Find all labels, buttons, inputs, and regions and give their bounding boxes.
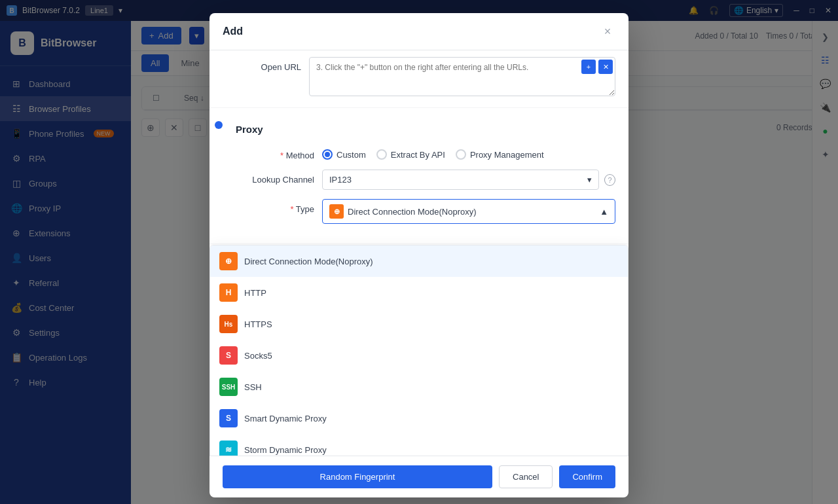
smart-dynamic-icon: S — [219, 409, 238, 427]
proxy-method-label: Method — [236, 145, 314, 160]
smart-dynamic-label: Smart Dynamic Proxy — [244, 414, 327, 423]
proxy-type-value: Direct Connection Mode(Noproxy) — [348, 207, 477, 217]
storm-dynamic-icon: ≋ — [219, 441, 238, 456]
proxy-type-row: Type ⊕ Direct Connection Mode(Noproxy) ▲ — [236, 199, 615, 224]
radio-custom-circle — [322, 149, 333, 160]
textarea-add-btn[interactable]: + — [581, 60, 596, 74]
open-url-row: Open URL + ✕ — [223, 57, 615, 98]
help-icon-lookup[interactable]: ? — [604, 174, 615, 186]
modal-body: Open URL + ✕ Proxy — [210, 50, 628, 456]
add-modal: Add × Open URL + ✕ — [210, 13, 628, 497]
dropdown-item-http[interactable]: H HTTP — [210, 277, 628, 308]
proxy-type-control: ⊕ Direct Connection Mode(Noproxy) ▲ ⊕ Di… — [322, 199, 615, 224]
storm-dynamic-label: Storm Dynamic Proxy — [244, 445, 327, 455]
radio-proxymgmt-circle — [456, 149, 466, 160]
socks5-icon: S — [219, 346, 238, 365]
lookup-channel-row: Lookup Channel IP123 ▾ ? — [236, 170, 615, 190]
proxy-type-icon-box: ⊕ — [329, 204, 344, 219]
proxy-method-radio-group: Custom Extract By API Proxy Management — [322, 145, 615, 160]
open-url-control: + ✕ — [309, 57, 615, 98]
proxy-section-title: Proxy — [236, 118, 615, 135]
http-label: HTTP — [244, 288, 266, 298]
open-url-label: Open URL — [223, 57, 301, 72]
dropdown-item-ssh[interactable]: SSH SSH — [210, 371, 628, 403]
http-icon: H — [219, 283, 238, 302]
noproxy-icon: ⊕ — [219, 252, 238, 270]
socks5-label: Socks5 — [244, 351, 272, 361]
https-label: HTTPS — [244, 319, 272, 329]
radio-extract-circle — [376, 149, 387, 160]
lookup-channel-label: Lookup Channel — [236, 170, 314, 185]
proxy-method-row: Method Custom Extract By API — [236, 145, 615, 160]
open-url-textarea[interactable] — [309, 57, 615, 96]
radio-extract-api[interactable]: Extract By API — [376, 149, 445, 160]
ssh-icon: SSH — [219, 378, 238, 396]
lookup-channel-value: IP123 — [329, 175, 352, 185]
radio-proxy-mgmt[interactable]: Proxy Management — [456, 149, 544, 160]
lookup-channel-control: IP123 ▾ ? — [322, 170, 615, 190]
dropdown-item-https[interactable]: Hs HTTPS — [210, 308, 628, 340]
radio-custom-label: Custom — [337, 150, 366, 160]
modal-header: Add × — [210, 13, 628, 50]
modal-backdrop: Add × Open URL + ✕ — [0, 0, 838, 504]
proxy-type-select[interactable]: ⊕ Direct Connection Mode(Noproxy) ▲ — [322, 199, 615, 224]
confirm-button[interactable]: Confirm — [559, 465, 615, 488]
ssh-label: SSH — [244, 382, 262, 392]
modal-footer: Random Fingerprint Cancel Confirm — [210, 456, 628, 497]
random-fingerprint-button[interactable]: Random Fingerprint — [223, 465, 492, 488]
proxy-type-dropdown-icon: ▲ — [600, 207, 608, 217]
https-icon: Hs — [219, 315, 238, 333]
dropdown-item-storm-dynamic[interactable]: ≋ Storm Dynamic Proxy — [210, 434, 628, 456]
dropdown-item-socks5[interactable]: S Socks5 — [210, 340, 628, 371]
proxy-type-icon-group: ⊕ Direct Connection Mode(Noproxy) — [329, 204, 477, 219]
radio-custom[interactable]: Custom — [322, 149, 366, 160]
radio-extract-label: Extract By API — [391, 150, 445, 160]
lookup-channel-select[interactable]: IP123 ▾ — [322, 170, 599, 190]
proxy-method-control: Custom Extract By API Proxy Management — [322, 145, 615, 160]
dropdown-item-smart-dynamic[interactable]: S Smart Dynamic Proxy — [210, 403, 628, 434]
lookup-dropdown-icon: ▾ — [587, 175, 592, 185]
dropdown-item-noproxy[interactable]: ⊕ Direct Connection Mode(Noproxy) — [210, 245, 628, 277]
proxy-type-label: Type — [236, 199, 314, 214]
modal-title: Add — [223, 26, 243, 37]
modal-close-button[interactable]: × — [600, 24, 615, 39]
textarea-clear-btn[interactable]: ✕ — [598, 60, 613, 74]
cancel-button[interactable]: Cancel — [499, 465, 553, 488]
noproxy-label: Direct Connection Mode(Noproxy) — [244, 257, 373, 266]
proxy-type-dropdown: ⊕ Direct Connection Mode(Noproxy) H HTTP… — [210, 245, 628, 456]
radio-proxymgmt-label: Proxy Management — [470, 150, 544, 160]
